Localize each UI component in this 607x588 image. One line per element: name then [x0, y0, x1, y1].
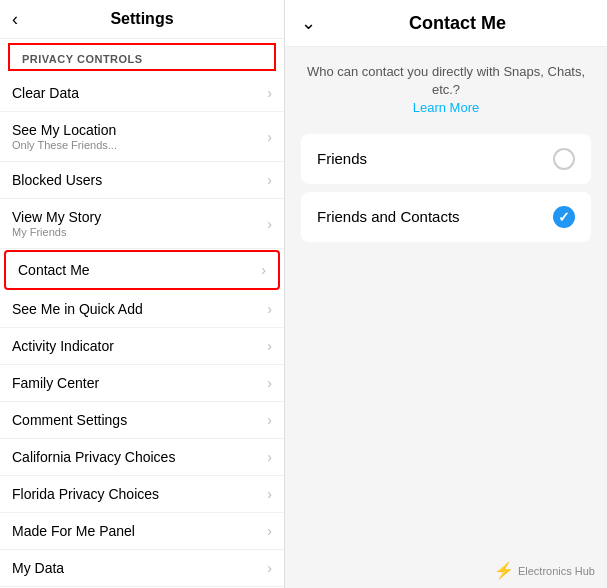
- menu-item-title: Activity Indicator: [12, 338, 114, 354]
- menu-item-content: Comment Settings: [12, 412, 127, 428]
- menu-item-comment-settings[interactable]: Comment Settings›: [0, 402, 284, 439]
- menu-item-family-center[interactable]: Family Center›: [0, 365, 284, 402]
- menu-item-contact-me[interactable]: Contact Me›: [4, 250, 280, 290]
- menu-item-content: View My StoryMy Friends: [12, 209, 101, 238]
- menu-item-florida-privacy[interactable]: Florida Privacy Choices›: [0, 476, 284, 513]
- menu-item-content: Activity Indicator: [12, 338, 114, 354]
- chevron-right-icon: ›: [267, 129, 272, 145]
- menu-item-title: Made For Me Panel: [12, 523, 135, 539]
- chevron-right-icon: ›: [267, 523, 272, 539]
- menu-item-content: Florida Privacy Choices: [12, 486, 159, 502]
- chevron-right-icon: ›: [267, 486, 272, 502]
- menu-item-title: Family Center: [12, 375, 99, 391]
- chevron-right-icon: ›: [267, 560, 272, 576]
- privacy-section-label: PRIVACY CONTROLS: [8, 43, 276, 71]
- menu-item-my-data[interactable]: My Data›: [0, 550, 284, 587]
- menu-item-see-me-quick-add[interactable]: See Me in Quick Add›: [0, 291, 284, 328]
- chevron-right-icon: ›: [267, 375, 272, 391]
- right-content: Who can contact you directly with Snaps,…: [285, 47, 607, 266]
- chevron-right-icon: ›: [267, 216, 272, 232]
- menu-item-content: California Privacy Choices: [12, 449, 175, 465]
- menu-item-content: My Data: [12, 560, 64, 576]
- menu-item-content: Made For Me Panel: [12, 523, 135, 539]
- option-friends-and-contacts[interactable]: Friends and Contacts: [301, 192, 591, 242]
- menu-item-made-for-me[interactable]: Made For Me Panel›: [0, 513, 284, 550]
- menu-list: PRIVACY CONTROLS Clear Data›See My Locat…: [0, 39, 284, 588]
- chevron-right-icon: ›: [267, 338, 272, 354]
- menu-item-title: California Privacy Choices: [12, 449, 175, 465]
- radio-unchecked-icon[interactable]: [553, 148, 575, 170]
- contact-description: Who can contact you directly with Snaps,…: [301, 63, 591, 118]
- back-button[interactable]: ‹: [12, 9, 18, 30]
- chevron-right-icon: ›: [267, 85, 272, 101]
- menu-item-title: Contact Me: [18, 262, 90, 278]
- collapse-icon[interactable]: ⌄: [301, 12, 316, 34]
- menu-item-content: Contact Me: [18, 262, 90, 278]
- menu-item-title: Blocked Users: [12, 172, 102, 188]
- settings-header: ‹ Settings: [0, 0, 284, 39]
- menu-item-title: Florida Privacy Choices: [12, 486, 159, 502]
- menu-item-title: See My Location: [12, 122, 117, 138]
- option-label: Friends: [317, 150, 367, 167]
- menu-item-content: See Me in Quick Add: [12, 301, 143, 317]
- chevron-right-icon: ›: [267, 449, 272, 465]
- menu-item-title: My Data: [12, 560, 64, 576]
- right-header: ⌄ Contact Me: [285, 0, 607, 47]
- menu-item-title: See Me in Quick Add: [12, 301, 143, 317]
- menu-item-california-privacy[interactable]: California Privacy Choices›: [0, 439, 284, 476]
- menu-item-subtitle: Only These Friends...: [12, 139, 117, 151]
- menu-item-content: Blocked Users: [12, 172, 102, 188]
- menu-item-subtitle: My Friends: [12, 226, 101, 238]
- menu-item-content: Clear Data: [12, 85, 79, 101]
- menu-item-title: View My Story: [12, 209, 101, 225]
- option-label: Friends and Contacts: [317, 208, 460, 225]
- menu-item-activity-indicator[interactable]: Activity Indicator›: [0, 328, 284, 365]
- left-panel: ‹ Settings PRIVACY CONTROLS Clear Data›S…: [0, 0, 285, 588]
- menu-item-content: See My LocationOnly These Friends...: [12, 122, 117, 151]
- right-panel: ⌄ Contact Me Who can contact you directl…: [285, 0, 607, 588]
- option-friends[interactable]: Friends: [301, 134, 591, 184]
- menu-item-title: Comment Settings: [12, 412, 127, 428]
- brand-icon: ⚡: [494, 561, 514, 580]
- brand-name: Electronics Hub: [518, 565, 595, 577]
- chevron-right-icon: ›: [267, 172, 272, 188]
- radio-checked-icon[interactable]: [553, 206, 575, 228]
- menu-item-title: Clear Data: [12, 85, 79, 101]
- brand-footer: ⚡ Electronics Hub: [494, 561, 595, 580]
- right-panel-title: Contact Me: [324, 13, 591, 34]
- learn-more-link[interactable]: Learn More: [413, 100, 479, 115]
- chevron-right-icon: ›: [267, 412, 272, 428]
- page-title: Settings: [110, 10, 173, 28]
- menu-item-view-my-story[interactable]: View My StoryMy Friends›: [0, 199, 284, 249]
- chevron-right-icon: ›: [261, 262, 266, 278]
- menu-item-clear-data[interactable]: Clear Data›: [0, 75, 284, 112]
- menu-item-blocked-users[interactable]: Blocked Users›: [0, 162, 284, 199]
- chevron-right-icon: ›: [267, 301, 272, 317]
- menu-item-see-my-location[interactable]: See My LocationOnly These Friends...›: [0, 112, 284, 162]
- menu-item-content: Family Center: [12, 375, 99, 391]
